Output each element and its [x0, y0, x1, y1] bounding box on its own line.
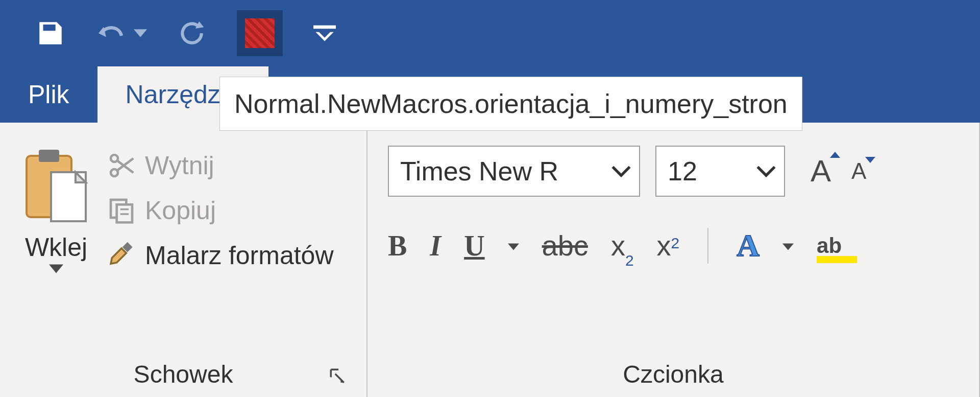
font-size-value: 12 — [656, 147, 748, 196]
copy-icon — [107, 196, 136, 225]
svg-rect-0 — [50, 25, 53, 30]
paste-icon — [20, 146, 92, 227]
save-icon — [36, 18, 65, 48]
font-size-caret-icon[interactable] — [748, 147, 784, 196]
paste-label: Wklej — [25, 232, 87, 262]
format-painter-button[interactable]: Malarz formatów — [107, 241, 334, 270]
decrease-arrow-icon — [865, 156, 875, 164]
ribbon: Wklej Wytnij — [0, 123, 980, 397]
decrease-font-button[interactable]: A — [851, 158, 866, 184]
separator — [707, 228, 708, 264]
dialog-launcher-icon — [329, 367, 346, 385]
svg-rect-3 — [39, 150, 59, 162]
copy-button[interactable]: Kopiuj — [107, 196, 334, 225]
clipboard-group-label: Schowek — [134, 360, 233, 388]
group-clipboard: Wklej Wytnij — [0, 123, 368, 397]
undo-button[interactable] — [96, 20, 147, 46]
copy-label: Kopiuj — [145, 196, 216, 225]
save-button[interactable] — [36, 18, 65, 48]
paste-button[interactable]: Wklej — [20, 146, 92, 275]
tab-file[interactable]: Plik — [0, 66, 97, 123]
paintbrush-icon — [107, 241, 136, 270]
increase-font-A: A — [811, 154, 831, 188]
repeat-button[interactable] — [178, 19, 206, 48]
macro-button[interactable] — [237, 10, 283, 56]
font-family-combo[interactable]: Times New R — [388, 146, 640, 197]
text-effects-button[interactable]: A — [737, 227, 760, 264]
highlight-bar-icon — [817, 256, 857, 263]
underline-button[interactable]: U — [464, 229, 484, 262]
underline-caret-icon[interactable] — [508, 238, 519, 254]
subscript-base: x — [611, 229, 625, 262]
svg-point-5 — [111, 169, 118, 176]
cut-label: Wytnij — [145, 151, 214, 180]
scissors-icon — [107, 151, 136, 180]
svg-point-6 — [111, 155, 118, 162]
increase-arrow-icon — [830, 151, 840, 158]
macro-tooltip: Normal.NewMacros.orientacja_i_numery_str… — [219, 77, 802, 131]
text-effects-caret-icon[interactable] — [782, 238, 794, 254]
increase-font-button[interactable]: A — [811, 153, 831, 189]
undo-caret-icon[interactable] — [134, 29, 147, 38]
customize-qat-button[interactable] — [313, 24, 336, 42]
italic-button[interactable]: I — [430, 229, 441, 262]
ribbon-tabs: Plik Narzędzia Normal.NewMacros.orientac… — [0, 66, 980, 123]
superscript-base: x — [657, 229, 671, 262]
format-painter-label: Malarz formatów — [145, 241, 334, 270]
macro-swatch-icon — [245, 18, 275, 48]
font-family-caret-icon[interactable] — [603, 147, 639, 196]
superscript-button[interactable]: x 2 — [657, 229, 680, 262]
cut-button[interactable]: Wytnij — [107, 151, 334, 180]
strikethrough-button[interactable]: abc — [542, 229, 588, 262]
highlight-button[interactable]: ab — [817, 233, 842, 258]
repeat-icon — [178, 19, 206, 48]
font-group-label: Czcionka — [623, 360, 723, 388]
font-family-value: Times New R — [389, 147, 603, 196]
svg-rect-1 — [313, 26, 336, 29]
font-size-combo[interactable]: 12 — [655, 146, 785, 197]
decrease-font-A: A — [851, 158, 866, 183]
group-font: Times New R 12 A — [368, 123, 980, 397]
paste-caret-icon[interactable] — [49, 264, 63, 275]
quick-access-toolbar — [0, 0, 980, 66]
undo-icon — [96, 20, 127, 46]
subscript-button[interactable]: x 2 — [611, 229, 634, 262]
highlight-text: ab — [817, 233, 842, 258]
customize-qat-icon — [313, 24, 336, 42]
bold-button[interactable]: B — [388, 229, 407, 262]
subscript-digit: 2 — [625, 252, 634, 269]
clipboard-launcher-button[interactable] — [329, 367, 346, 387]
superscript-digit: 2 — [671, 235, 680, 252]
